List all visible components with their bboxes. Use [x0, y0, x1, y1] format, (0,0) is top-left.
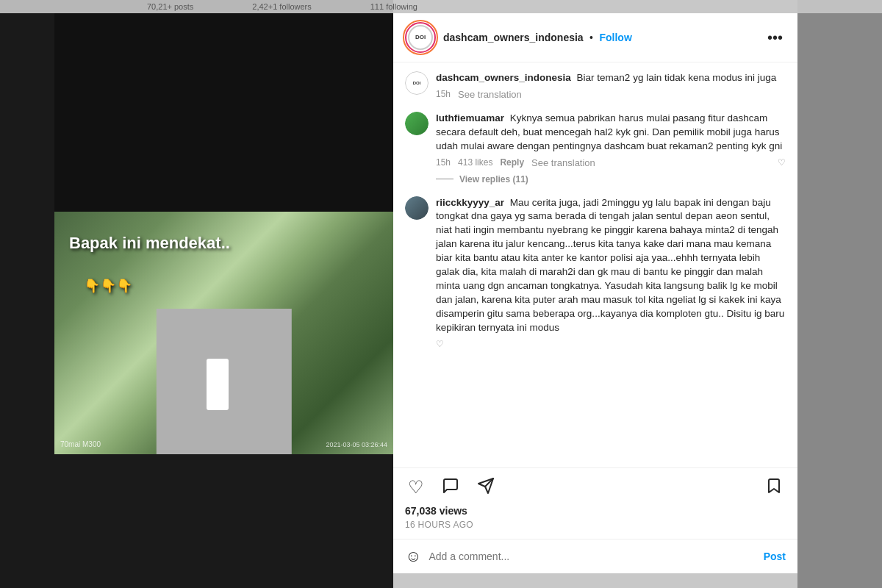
- like-icon: ♡: [408, 477, 424, 497]
- caption-item: DOI dashcam_owners_indonesia Biar teman2…: [405, 71, 786, 100]
- header-username[interactable]: dashcam_owners_indonesia: [443, 32, 584, 43]
- add-comment-bar: ☺ Post: [393, 539, 797, 573]
- comment-1-likes: 413 likes: [458, 157, 492, 168]
- caption-username[interactable]: dashcam_owners_indonesia: [436, 72, 571, 83]
- comment-item-1: luthfiemuamar Kyknya semua pabrikan haru…: [405, 112, 786, 184]
- comment-button[interactable]: [439, 474, 462, 501]
- video-bottom: Bapak ini mendekat.. 👇👇👇 70mai M300 2021…: [54, 212, 393, 454]
- like-button[interactable]: ♡: [405, 476, 427, 499]
- caption-see-translation[interactable]: See translation: [458, 89, 522, 100]
- comments-area[interactable]: DOI dashcam_owners_indonesia Biar teman2…: [393, 62, 797, 467]
- comment-1-reply-button[interactable]: Reply: [500, 157, 524, 168]
- more-options-button[interactable]: •••: [764, 29, 786, 46]
- comment-2-username[interactable]: riicckkyyyy_ar: [436, 197, 504, 208]
- avatar-image: DOI: [408, 25, 433, 50]
- action-icons-row: ♡: [405, 474, 786, 501]
- right-side-content: [797, 13, 882, 572]
- comment-1-username[interactable]: luthfiemuamar: [436, 112, 504, 123]
- comment-item-2: riicckkyyyy_ar Mau cerita juga, jadi 2mi…: [405, 196, 786, 350]
- bookmark-button[interactable]: [762, 474, 786, 501]
- comment-2-content: Mau cerita juga, jadi 2minggu yg lalu ba…: [436, 197, 784, 333]
- caption-text: dashcam_owners_indonesia Biar teman2 yg …: [436, 71, 786, 85]
- share-button[interactable]: [474, 474, 498, 501]
- caption-avatar: DOI: [405, 71, 429, 95]
- comment-input[interactable]: [429, 551, 763, 562]
- emoji-button[interactable]: ☺: [405, 547, 421, 566]
- post-header: DOI dashcam_owners_indonesia • Follow ••…: [393, 13, 797, 62]
- video-person-figure: [207, 359, 229, 410]
- emoji-icon: ☺: [405, 547, 421, 565]
- caption-avatar-image: DOI: [405, 71, 429, 95]
- comment-icon: [442, 478, 459, 498]
- header-info: dashcam_owners_indonesia • Follow: [443, 31, 764, 44]
- bookmark-icon: [765, 478, 783, 498]
- more-icon: •••: [767, 29, 783, 46]
- comment-1-meta: 15h 413 likes Reply See translation ♡: [436, 157, 786, 168]
- comment-1-see-translation[interactable]: See translation: [531, 157, 595, 168]
- comment-1-heart-icon[interactable]: ♡: [778, 157, 786, 168]
- comment-2-body: riicckkyyyy_ar Mau cerita juga, jadi 2mi…: [436, 196, 786, 350]
- video-timestamp: 2021-03-05 03:26:44: [326, 441, 387, 448]
- comment-2-text: riicckkyyyy_ar Mau cerita juga, jadi 2mi…: [436, 196, 786, 335]
- comment-2-avatar-image: [405, 196, 429, 220]
- post-panel: DOI dashcam_owners_indonesia • Follow ••…: [393, 13, 797, 573]
- comment-2-avatar: [405, 196, 429, 220]
- views-count: 67,038 views: [405, 505, 786, 517]
- share-icon: [477, 478, 495, 498]
- avatar: DOI: [405, 22, 436, 53]
- comment-1-time: 15h: [436, 157, 451, 168]
- video-watermark: 70mai M300: [60, 440, 101, 448]
- actions-bar: ♡: [393, 467, 797, 539]
- video-top: [54, 13, 393, 212]
- comment-1-view-replies[interactable]: View replies (11): [436, 174, 786, 184]
- comment-1-avatar: [405, 112, 429, 135]
- caption-content: Biar teman2 yg lain tidak kena modus ini…: [577, 72, 777, 83]
- caption-meta: 15h See translation: [436, 89, 786, 100]
- post-time: 16 HOURS AGO: [405, 520, 786, 530]
- video-emojis: 👇👇👇: [84, 278, 132, 294]
- following-stat: 111 following: [370, 2, 417, 11]
- video-overlay-text: Bapak ini mendekat.. 👇👇👇: [69, 234, 230, 253]
- caption-time: 15h: [436, 89, 451, 99]
- comment-2-heart-icon[interactable]: ♡: [436, 339, 786, 349]
- caption-body: dashcam_owners_indonesia Biar teman2 yg …: [436, 71, 786, 100]
- dot-separator: •: [589, 32, 593, 43]
- video-container[interactable]: Bapak ini mendekat.. 👇👇👇 70mai M300 2021…: [54, 13, 393, 454]
- view-replies-line: [436, 179, 453, 179]
- view-replies-text[interactable]: View replies (11): [459, 174, 528, 184]
- comment-1-body: luthfiemuamar Kyknya semua pabrikan haru…: [436, 112, 786, 184]
- stats-bar: 70,21+ posts 2,42+1 followers 111 follow…: [0, 0, 882, 13]
- post-comment-button[interactable]: Post: [764, 551, 786, 562]
- posts-stat: 70,21+ posts: [147, 2, 193, 11]
- comment-1-text: luthfiemuamar Kyknya semua pabrikan haru…: [436, 112, 786, 154]
- follow-button[interactable]: Follow: [599, 32, 631, 43]
- comment-1-avatar-image: [405, 112, 429, 135]
- followers-stat: 2,42+1 followers: [252, 2, 311, 11]
